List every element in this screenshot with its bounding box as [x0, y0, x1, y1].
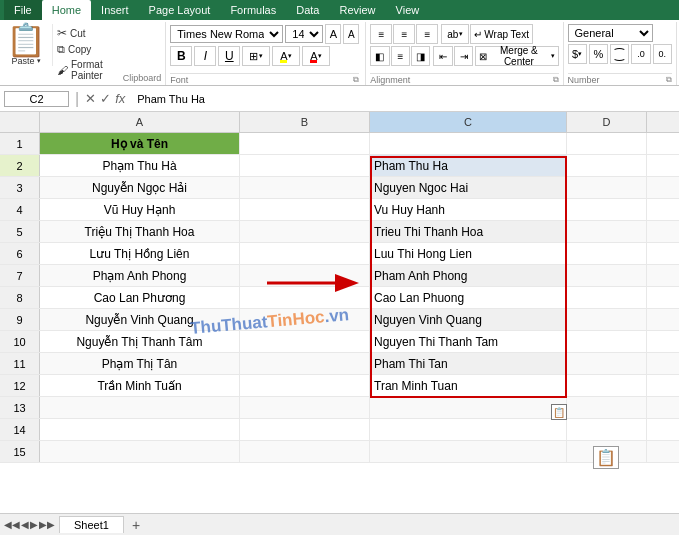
align-top-center-button[interactable]: ≡ — [393, 24, 415, 44]
row-header-11[interactable]: 11 — [0, 353, 40, 374]
cell-d3[interactable] — [567, 177, 647, 198]
cell-c9[interactable]: Nguyen Vinh Quang — [370, 309, 567, 330]
cell-c8[interactable]: Cao Lan Phuong — [370, 287, 567, 308]
cell-a9[interactable]: Nguyễn Vinh Quang — [40, 309, 240, 330]
col-header-b[interactable]: B — [240, 112, 370, 132]
cell-name-box[interactable] — [4, 91, 69, 107]
format-painter-button[interactable]: 🖌 Format Painter — [57, 59, 117, 81]
cell-a7[interactable]: Phạm Anh Phong — [40, 265, 240, 286]
comma-button[interactable]: ⁐ — [610, 44, 629, 64]
font-family-selector[interactable]: Times New Roma — [170, 25, 283, 43]
row-header-13[interactable]: 13 — [0, 397, 40, 418]
cell-a14[interactable] — [40, 419, 240, 440]
cut-button[interactable]: ✂ Cut — [57, 26, 117, 40]
cell-b2[interactable] — [240, 155, 370, 176]
cell-c12[interactable]: Tran Minh Tuan — [370, 375, 567, 396]
font-color-button[interactable]: A ▾ — [302, 46, 330, 66]
row-header-2[interactable]: 2 — [0, 155, 40, 176]
cell-a4[interactable]: Vũ Huy Hạnh — [40, 199, 240, 220]
cell-d1[interactable] — [567, 133, 647, 154]
cell-d12[interactable] — [567, 375, 647, 396]
tab-insert[interactable]: Insert — [91, 0, 139, 20]
cell-b15[interactable] — [240, 441, 370, 462]
number-expand-icon[interactable]: ⧉ — [666, 75, 672, 85]
cell-c7[interactable]: Pham Anh Phong — [370, 265, 567, 286]
cell-c14[interactable] — [370, 419, 567, 440]
align-top-right-button[interactable]: ≡ — [416, 24, 438, 44]
cell-a5[interactable]: Triệu Thị Thanh Hoa — [40, 221, 240, 242]
cell-b11[interactable] — [240, 353, 370, 374]
font-expand-icon[interactable]: ⧉ — [353, 75, 359, 85]
row-header-15[interactable]: 15 — [0, 441, 40, 462]
tab-formulas[interactable]: Formulas — [220, 0, 286, 20]
tab-review[interactable]: Review — [329, 0, 385, 20]
cell-a13[interactable] — [40, 397, 240, 418]
cell-a15[interactable] — [40, 441, 240, 462]
tab-home[interactable]: Home — [42, 0, 91, 20]
cell-b5[interactable] — [240, 221, 370, 242]
add-sheet-button[interactable]: + — [126, 515, 146, 535]
row-header-4[interactable]: 4 — [0, 199, 40, 220]
row-header-3[interactable]: 3 — [0, 177, 40, 198]
alignment-expand-icon[interactable]: ⧉ — [553, 75, 559, 85]
increase-indent-button[interactable]: ⇥ — [454, 46, 473, 66]
cell-d13[interactable] — [567, 397, 647, 418]
cell-a6[interactable]: Lưu Thị Hồng Liên — [40, 243, 240, 264]
sheet-nav-arrows[interactable]: ◀◀◀▶▶▶ — [0, 517, 59, 532]
cell-a11[interactable]: Phạm Thị Tân — [40, 353, 240, 374]
function-icon[interactable]: fx — [115, 91, 125, 106]
align-left-button[interactable]: ◧ — [370, 46, 389, 66]
cell-a2[interactable]: Phạm Thu Hà — [40, 155, 240, 176]
cell-b9[interactable] — [240, 309, 370, 330]
cell-b8[interactable] — [240, 287, 370, 308]
cell-a8[interactable]: Cao Lan Phương — [40, 287, 240, 308]
cell-d9[interactable] — [567, 309, 647, 330]
percent-button[interactable]: % — [589, 44, 608, 64]
cell-a12[interactable]: Trần Minh Tuấn — [40, 375, 240, 396]
cell-c6[interactable]: Luu Thi Hong Lien — [370, 243, 567, 264]
tab-data[interactable]: Data — [286, 0, 329, 20]
align-right-button[interactable]: ◨ — [411, 46, 430, 66]
tab-view[interactable]: View — [386, 0, 430, 20]
decrease-decimal-button[interactable]: .0 — [631, 44, 650, 64]
cell-d14[interactable] — [567, 419, 647, 440]
bold-button[interactable]: B — [170, 46, 192, 66]
cell-b4[interactable] — [240, 199, 370, 220]
row-header-5[interactable]: 5 — [0, 221, 40, 242]
orientation-button[interactable]: ab▾ — [441, 24, 469, 44]
merge-center-button[interactable]: ⊠ Merge & Center ▾ — [475, 46, 558, 66]
col-header-a[interactable]: A — [40, 112, 240, 132]
cell-c1[interactable] — [370, 133, 567, 154]
cell-d7[interactable] — [567, 265, 647, 286]
font-size-selector[interactable]: 14 — [285, 25, 323, 43]
italic-button[interactable]: I — [194, 46, 216, 66]
cell-b3[interactable] — [240, 177, 370, 198]
cell-d8[interactable] — [567, 287, 647, 308]
cell-b1[interactable] — [240, 133, 370, 154]
row-header-9[interactable]: 9 — [0, 309, 40, 330]
cell-d6[interactable] — [567, 243, 647, 264]
cell-a3[interactable]: Nguyễn Ngọc Hải — [40, 177, 240, 198]
cell-c3[interactable]: Nguyen Ngoc Hai — [370, 177, 567, 198]
row-header-14[interactable]: 14 — [0, 419, 40, 440]
formula-input[interactable] — [133, 91, 675, 107]
cell-b6[interactable] — [240, 243, 370, 264]
cell-d4[interactable] — [567, 199, 647, 220]
cell-b12[interactable] — [240, 375, 370, 396]
cell-c15[interactable] — [370, 441, 567, 462]
cell-a1[interactable]: Họ và Tên — [40, 133, 240, 154]
fill-color-button[interactable]: A ▾ — [272, 46, 300, 66]
col-header-d[interactable]: D — [567, 112, 647, 132]
cell-d10[interactable] — [567, 331, 647, 352]
cell-c2[interactable]: Pham Thu Ha — [370, 155, 567, 176]
row-header-1[interactable]: 1 — [0, 133, 40, 154]
decrease-font-button[interactable]: A — [343, 24, 359, 44]
cell-b10[interactable] — [240, 331, 370, 352]
row-header-7[interactable]: 7 — [0, 265, 40, 286]
cancel-icon[interactable]: ✕ — [85, 91, 96, 106]
underline-button[interactable]: U — [218, 46, 240, 66]
currency-button[interactable]: $▾ — [568, 44, 587, 64]
cell-b14[interactable] — [240, 419, 370, 440]
paste-button[interactable]: 📋 Paste ▾ — [4, 24, 53, 66]
align-top-left-button[interactable]: ≡ — [370, 24, 392, 44]
